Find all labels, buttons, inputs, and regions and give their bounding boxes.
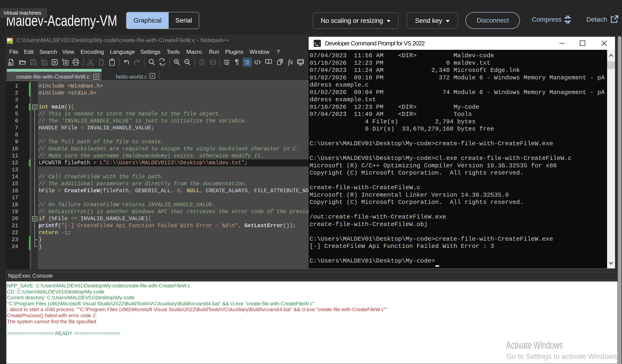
svg-text:¶: ¶ [235,58,239,66]
svg-text:fx: fx [288,58,293,66]
svg-text:C:\: C:\ [314,42,320,46]
